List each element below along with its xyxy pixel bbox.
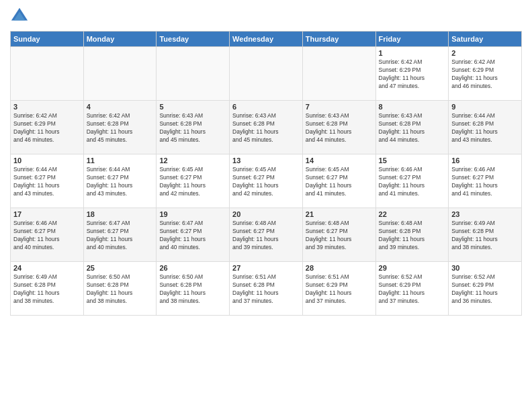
day-info: Sunrise: 6:51 AM Sunset: 6:29 PM Dayligh… xyxy=(306,273,373,306)
calendar-cell: 13Sunrise: 6:45 AM Sunset: 6:27 PM Dayli… xyxy=(230,154,303,208)
calendar-cell: 24Sunrise: 6:49 AM Sunset: 6:28 PM Dayli… xyxy=(11,262,84,316)
weekday-header-sunday: Sunday xyxy=(11,32,84,47)
day-number: 11 xyxy=(87,156,154,165)
day-info: Sunrise: 6:45 AM Sunset: 6:27 PM Dayligh… xyxy=(232,166,300,198)
day-info: Sunrise: 6:48 AM Sunset: 6:27 PM Dayligh… xyxy=(232,220,300,252)
day-info: Sunrise: 6:44 AM Sunset: 6:28 PM Dayligh… xyxy=(451,112,519,144)
day-number: 8 xyxy=(379,103,446,111)
calendar-cell xyxy=(302,47,375,101)
day-number: 1 xyxy=(379,49,446,57)
day-info: Sunrise: 6:48 AM Sunset: 6:27 PM Dayligh… xyxy=(306,220,373,252)
day-info: Sunrise: 6:46 AM Sunset: 6:27 PM Dayligh… xyxy=(379,166,446,198)
calendar-cell: 12Sunrise: 6:45 AM Sunset: 6:27 PM Dayli… xyxy=(157,154,230,208)
weekday-header-friday: Friday xyxy=(375,32,449,47)
day-number: 20 xyxy=(232,210,300,218)
day-info: Sunrise: 6:44 AM Sunset: 6:27 PM Dayligh… xyxy=(13,166,81,198)
day-info: Sunrise: 6:47 AM Sunset: 6:27 PM Dayligh… xyxy=(87,220,154,252)
calendar-cell: 26Sunrise: 6:50 AM Sunset: 6:28 PM Dayli… xyxy=(157,262,230,316)
day-number: 4 xyxy=(87,103,154,111)
calendar-cell: 27Sunrise: 6:51 AM Sunset: 6:28 PM Dayli… xyxy=(230,262,303,316)
calendar-week-row: 17Sunrise: 6:46 AM Sunset: 6:27 PM Dayli… xyxy=(11,208,522,262)
weekday-header-monday: Monday xyxy=(83,32,157,47)
day-info: Sunrise: 6:43 AM Sunset: 6:28 PM Dayligh… xyxy=(379,112,446,144)
day-number: 22 xyxy=(379,210,446,218)
day-number: 21 xyxy=(306,210,373,218)
day-info: Sunrise: 6:46 AM Sunset: 6:27 PM Dayligh… xyxy=(451,166,519,198)
calendar-cell: 17Sunrise: 6:46 AM Sunset: 6:27 PM Dayli… xyxy=(11,208,84,262)
calendar-cell: 25Sunrise: 6:50 AM Sunset: 6:28 PM Dayli… xyxy=(83,262,157,316)
calendar-cell xyxy=(157,47,230,101)
day-number: 13 xyxy=(232,156,300,165)
calendar-cell xyxy=(230,47,303,101)
calendar-cell: 8Sunrise: 6:43 AM Sunset: 6:28 PM Daylig… xyxy=(375,101,449,154)
calendar-cell: 10Sunrise: 6:44 AM Sunset: 6:27 PM Dayli… xyxy=(11,154,84,208)
day-number: 23 xyxy=(451,210,519,218)
day-number: 7 xyxy=(306,103,373,111)
day-info: Sunrise: 6:42 AM Sunset: 6:28 PM Dayligh… xyxy=(87,112,154,144)
calendar-week-row: 24Sunrise: 6:49 AM Sunset: 6:28 PM Dayli… xyxy=(11,262,522,316)
weekday-header-saturday: Saturday xyxy=(449,32,522,47)
calendar-cell: 14Sunrise: 6:45 AM Sunset: 6:27 PM Dayli… xyxy=(302,154,375,208)
calendar-week-row: 3Sunrise: 6:42 AM Sunset: 6:29 PM Daylig… xyxy=(11,101,522,154)
day-number: 27 xyxy=(232,264,300,272)
day-info: Sunrise: 6:45 AM Sunset: 6:27 PM Dayligh… xyxy=(306,166,373,198)
calendar-cell: 15Sunrise: 6:46 AM Sunset: 6:27 PM Dayli… xyxy=(375,154,449,208)
day-info: Sunrise: 6:42 AM Sunset: 6:29 PM Dayligh… xyxy=(451,58,519,91)
calendar-cell: 7Sunrise: 6:43 AM Sunset: 6:28 PM Daylig… xyxy=(302,101,375,154)
day-number: 6 xyxy=(232,103,300,111)
calendar-cell: 20Sunrise: 6:48 AM Sunset: 6:27 PM Dayli… xyxy=(230,208,303,262)
day-number: 5 xyxy=(159,103,226,111)
calendar-cell: 29Sunrise: 6:52 AM Sunset: 6:29 PM Dayli… xyxy=(375,262,449,316)
day-info: Sunrise: 6:50 AM Sunset: 6:28 PM Dayligh… xyxy=(159,273,226,306)
day-info: Sunrise: 6:49 AM Sunset: 6:28 PM Dayligh… xyxy=(451,220,519,252)
calendar-cell: 6Sunrise: 6:43 AM Sunset: 6:28 PM Daylig… xyxy=(230,101,303,154)
day-number: 17 xyxy=(13,210,81,218)
calendar-cell: 5Sunrise: 6:43 AM Sunset: 6:28 PM Daylig… xyxy=(157,101,230,154)
day-number: 24 xyxy=(13,264,81,272)
calendar-cell: 18Sunrise: 6:47 AM Sunset: 6:27 PM Dayli… xyxy=(83,208,157,262)
calendar-cell xyxy=(83,47,157,101)
calendar-table: SundayMondayTuesdayWednesdayThursdayFrid… xyxy=(10,31,522,316)
day-number: 14 xyxy=(306,156,373,165)
day-number: 19 xyxy=(159,210,226,218)
day-info: Sunrise: 6:42 AM Sunset: 6:29 PM Dayligh… xyxy=(13,112,81,144)
day-info: Sunrise: 6:52 AM Sunset: 6:29 PM Dayligh… xyxy=(379,273,446,306)
day-info: Sunrise: 6:44 AM Sunset: 6:27 PM Dayligh… xyxy=(87,166,154,198)
calendar-week-row: 1Sunrise: 6:42 AM Sunset: 6:29 PM Daylig… xyxy=(11,47,522,101)
logo xyxy=(10,7,30,26)
day-number: 2 xyxy=(451,49,519,57)
weekday-header-wednesday: Wednesday xyxy=(230,32,303,47)
calendar-cell: 21Sunrise: 6:48 AM Sunset: 6:27 PM Dayli… xyxy=(302,208,375,262)
calendar-cell: 3Sunrise: 6:42 AM Sunset: 6:29 PM Daylig… xyxy=(11,101,84,154)
day-number: 10 xyxy=(13,156,81,165)
calendar-cell: 9Sunrise: 6:44 AM Sunset: 6:28 PM Daylig… xyxy=(449,101,522,154)
day-info: Sunrise: 6:51 AM Sunset: 6:28 PM Dayligh… xyxy=(232,273,300,306)
day-number: 18 xyxy=(87,210,154,218)
calendar-cell: 19Sunrise: 6:47 AM Sunset: 6:27 PM Dayli… xyxy=(157,208,230,262)
calendar-cell: 4Sunrise: 6:42 AM Sunset: 6:28 PM Daylig… xyxy=(83,101,157,154)
weekday-header-tuesday: Tuesday xyxy=(157,32,230,47)
logo-icon xyxy=(10,7,29,26)
day-number: 28 xyxy=(306,264,373,272)
day-info: Sunrise: 6:48 AM Sunset: 6:28 PM Dayligh… xyxy=(379,220,446,252)
calendar-cell: 22Sunrise: 6:48 AM Sunset: 6:28 PM Dayli… xyxy=(375,208,449,262)
day-info: Sunrise: 6:49 AM Sunset: 6:28 PM Dayligh… xyxy=(13,273,81,306)
day-info: Sunrise: 6:46 AM Sunset: 6:27 PM Dayligh… xyxy=(13,220,81,252)
calendar-cell: 1Sunrise: 6:42 AM Sunset: 6:29 PM Daylig… xyxy=(375,47,449,101)
day-number: 25 xyxy=(87,264,154,272)
day-number: 9 xyxy=(451,103,519,111)
calendar-cell: 16Sunrise: 6:46 AM Sunset: 6:27 PM Dayli… xyxy=(449,154,522,208)
weekday-header-thursday: Thursday xyxy=(302,32,375,47)
header xyxy=(10,7,522,26)
day-number: 12 xyxy=(159,156,226,165)
day-info: Sunrise: 6:50 AM Sunset: 6:28 PM Dayligh… xyxy=(87,273,154,306)
day-number: 16 xyxy=(451,156,519,165)
calendar-cell: 2Sunrise: 6:42 AM Sunset: 6:29 PM Daylig… xyxy=(449,47,522,101)
calendar-cell: 28Sunrise: 6:51 AM Sunset: 6:29 PM Dayli… xyxy=(302,262,375,316)
calendar-cell: 23Sunrise: 6:49 AM Sunset: 6:28 PM Dayli… xyxy=(449,208,522,262)
day-info: Sunrise: 6:43 AM Sunset: 6:28 PM Dayligh… xyxy=(159,112,226,144)
calendar-cell xyxy=(11,47,84,101)
day-info: Sunrise: 6:47 AM Sunset: 6:27 PM Dayligh… xyxy=(159,220,226,252)
day-number: 30 xyxy=(451,264,519,272)
calendar-week-row: 10Sunrise: 6:44 AM Sunset: 6:27 PM Dayli… xyxy=(11,154,522,208)
